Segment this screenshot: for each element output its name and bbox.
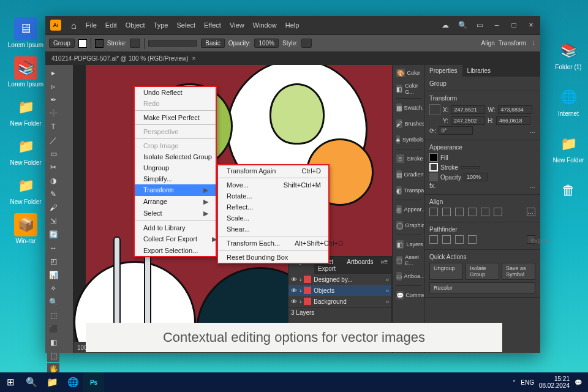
panel-color-g-[interactable]: ◧Color G... xyxy=(394,81,423,97)
menu-effect[interactable]: Effect xyxy=(204,21,221,29)
layer-row[interactable]: 👁›Objects○ xyxy=(288,285,391,296)
opacity-value-2[interactable]: 100% xyxy=(464,173,488,181)
tab-properties[interactable]: Properties xyxy=(424,65,462,77)
stroke-weight[interactable] xyxy=(130,39,140,48)
panel-layers[interactable]: ◧Layers xyxy=(394,236,423,252)
visibility-icon[interactable]: 👁 xyxy=(291,298,297,305)
more-options-icon-2[interactable]: … xyxy=(529,183,535,189)
arrange-icon[interactable]: ▭ xyxy=(474,21,485,29)
search-icon[interactable]: 🔍 xyxy=(457,21,468,29)
stroke-weight-2[interactable] xyxy=(461,166,480,168)
start-button[interactable]: ⊞ xyxy=(0,372,21,392)
tool-7[interactable]: ✂ xyxy=(47,161,59,173)
align-right[interactable] xyxy=(455,208,464,216)
opacity-swatch[interactable] xyxy=(429,173,438,181)
align-hcenter[interactable] xyxy=(442,208,451,216)
menuitem-export-selection-[interactable]: Export Selection... xyxy=(135,245,216,256)
maximize-button[interactable]: □ xyxy=(508,21,519,29)
tool-6[interactable]: ▭ xyxy=(47,148,59,160)
desktop-icon-win-rar[interactable]: 📦Win-rar xyxy=(7,213,44,244)
tool-2[interactable]: ✒ xyxy=(47,94,59,106)
panel-symbols[interactable]: ♣Symbols xyxy=(394,132,423,148)
tray-notifications[interactable]: 💬 xyxy=(575,379,582,386)
brush-definition[interactable] xyxy=(148,40,197,47)
panel-comme-[interactable]: 💬Comme... xyxy=(394,287,423,303)
menu-view[interactable]: View xyxy=(230,21,244,29)
tool-15[interactable]: 📊 xyxy=(47,269,59,281)
desktop-icon-new-folder[interactable]: 📁New Folder xyxy=(7,174,44,205)
menuitem-collect-for-export[interactable]: Collect For Export▶ xyxy=(135,233,216,245)
tool-1[interactable]: ▹ xyxy=(47,80,59,92)
fill-swatch-2[interactable] xyxy=(429,153,438,162)
menu-select[interactable]: Select xyxy=(176,21,195,29)
close-tab-icon[interactable]: × xyxy=(192,55,196,62)
document-tab[interactable]: 410214-PDPGGI-507.ai* @ 100 % (RGB/Previ… xyxy=(51,55,189,62)
panel-color[interactable]: 🎨Color xyxy=(394,65,423,81)
menuitem-undo-reflect[interactable]: Undo Reflect xyxy=(135,87,216,98)
tool-0[interactable]: ▸ xyxy=(47,67,59,79)
tab-artboards[interactable]: Artboards xyxy=(343,257,377,274)
reference-point[interactable] xyxy=(429,104,440,115)
align-button[interactable]: Align xyxy=(481,40,495,47)
desktop-icon-new-folder[interactable]: 📁New Folder xyxy=(7,135,44,166)
align-vcenter[interactable] xyxy=(481,208,489,216)
desktop-icon-folder-(1)[interactable]: 📚Folder (1) xyxy=(550,39,587,70)
layer-row[interactable]: 👁›Background○ xyxy=(288,296,391,307)
menuitem-transform[interactable]: Transform▶ xyxy=(135,184,216,196)
x-value[interactable]: 247,6521 xyxy=(451,105,485,114)
layer-row[interactable]: 👁›Designed by...○ xyxy=(288,274,391,285)
opacity-value[interactable]: 100% xyxy=(254,39,279,48)
style-dropdown[interactable] xyxy=(301,39,312,48)
panel-transpa-[interactable]: ◐Transpa... xyxy=(394,183,423,198)
visibility-icon[interactable]: 👁 xyxy=(291,287,297,294)
tool-21[interactable]: ⬚ xyxy=(47,350,59,362)
menuitem-make-pixel-perfect[interactable]: Make Pixel Perfect xyxy=(135,112,216,123)
desktop-icon-lorem-ipsum[interactable]: 📚Lorem Ipsum xyxy=(7,56,44,88)
w-value[interactable]: 473,6834 xyxy=(498,105,532,114)
tool-19[interactable]: ⬛ xyxy=(47,323,59,335)
y-value[interactable]: 247,2502 xyxy=(451,116,485,125)
taskbar-explorer[interactable]: 📁 xyxy=(42,372,62,392)
desktop-icon-lorem-ipsum[interactable]: 🖥Lorem Ipsum xyxy=(7,17,44,48)
tray-chevron[interactable]: ˄ xyxy=(513,379,516,386)
recolor-button[interactable]: Recolor xyxy=(429,282,535,293)
more-options-icon[interactable]: … xyxy=(529,127,535,134)
taskbar-photoshop[interactable]: Ps xyxy=(83,372,104,392)
tool-5[interactable]: ／ xyxy=(47,134,59,146)
tool-13[interactable]: ↔ xyxy=(47,242,59,254)
tool-8[interactable]: ◑ xyxy=(47,175,59,187)
menuitem-shear-[interactable]: Shear... xyxy=(218,224,328,235)
menuitem-move-[interactable]: Move...Shift+Ctrl+M xyxy=(218,179,328,190)
panel-brushes[interactable]: 🖌Brushes xyxy=(394,116,423,132)
tool-3[interactable]: ➕ xyxy=(47,107,59,119)
selection-type[interactable]: Group xyxy=(49,39,75,48)
align-top[interactable] xyxy=(468,208,477,216)
menu-help[interactable]: Help xyxy=(285,21,300,29)
tray-language[interactable]: ENG xyxy=(521,379,534,386)
stroke-swatch-2[interactable] xyxy=(429,163,438,172)
panel-gradient[interactable]: ▤Gradient xyxy=(394,167,423,183)
panel-swatch-[interactable]: ▦Swatch... xyxy=(394,100,423,116)
tool-9[interactable]: ✎ xyxy=(47,188,59,200)
menuitem-transform-each-[interactable]: Transform Each...Alt+Shift+Ctrl+D xyxy=(218,238,328,249)
expand-button[interactable]: Expand xyxy=(527,235,535,244)
desktop-icon-new-folder[interactable]: 📁New Folder xyxy=(550,132,587,164)
panel-stroke[interactable]: ≡Stroke xyxy=(394,151,423,167)
menuitem-arrange[interactable]: Arrange▶ xyxy=(135,196,216,208)
tool-4[interactable]: T xyxy=(47,121,59,133)
tool-11[interactable]: ⇲ xyxy=(47,215,59,227)
align-left[interactable] xyxy=(429,208,438,216)
fx-label[interactable]: fx. xyxy=(429,183,436,189)
tool-18[interactable]: ⬚ xyxy=(47,309,59,322)
ungroup-button[interactable]: Ungroup xyxy=(429,263,463,280)
pathfinder-unite[interactable] xyxy=(429,235,438,244)
h-value[interactable]: 466,0618 xyxy=(496,116,530,125)
menu-object[interactable]: Object xyxy=(126,21,145,29)
pathfinder-intersect[interactable] xyxy=(455,235,464,244)
menuitem-select[interactable]: Select▶ xyxy=(135,208,216,219)
cloud-icon[interactable]: ☁ xyxy=(440,21,451,29)
desktop-icon-new-folder[interactable]: 📁New Folder xyxy=(7,96,44,127)
close-button[interactable]: × xyxy=(526,21,537,29)
visibility-icon[interactable]: 👁 xyxy=(291,276,297,283)
more-icon[interactable]: ⁝ xyxy=(532,40,534,47)
